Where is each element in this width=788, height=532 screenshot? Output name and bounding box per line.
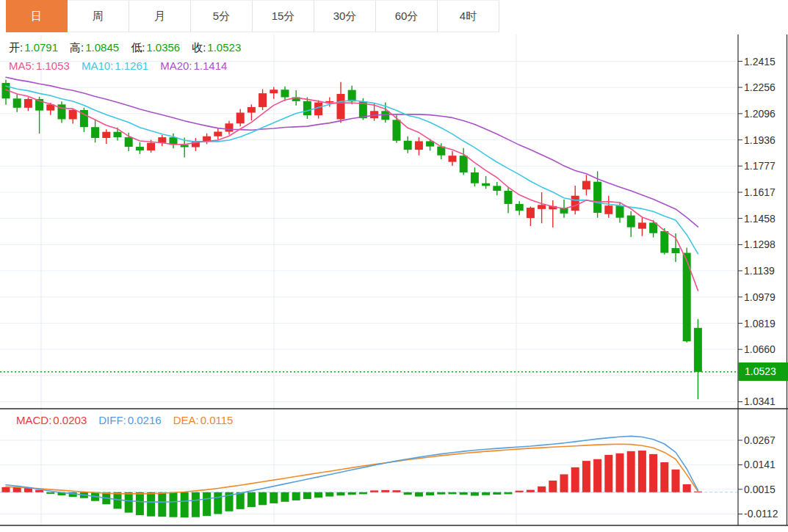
candle-down bbox=[616, 205, 624, 218]
low-label: 低: bbox=[131, 41, 145, 55]
macd-hist-down bbox=[359, 492, 367, 495]
candle-down bbox=[404, 141, 412, 150]
price-axis-label: 1.1777 bbox=[744, 159, 776, 172]
macd-hist-down bbox=[337, 492, 345, 496]
macd-hist-down bbox=[471, 492, 479, 496]
candle-up bbox=[247, 107, 256, 113]
low-value: 1.0356 bbox=[146, 41, 180, 55]
candle-up bbox=[638, 222, 646, 228]
candle-up bbox=[604, 205, 612, 214]
macd-hist-up bbox=[593, 459, 601, 492]
macd-hist-down bbox=[203, 492, 211, 516]
candle-down bbox=[660, 231, 668, 253]
tab-4hour[interactable]: 4时 bbox=[438, 0, 499, 32]
macd-hist-up bbox=[672, 470, 680, 492]
timeframe-tab-bar: 日周月5分15分30分60分4时 bbox=[0, 0, 788, 32]
macd-hist-down bbox=[214, 492, 222, 514]
macd-axis-label: 0.0015 bbox=[744, 483, 776, 496]
macd-hist-down bbox=[415, 492, 423, 497]
macd-hist-down bbox=[281, 492, 289, 502]
macd-hist-up bbox=[538, 487, 546, 492]
candle-up bbox=[527, 208, 535, 218]
macd-hist-down bbox=[136, 492, 144, 515]
price-axis-label: 1.1617 bbox=[744, 186, 776, 199]
ma20-value: 1.1414 bbox=[194, 59, 228, 72]
tab-5min[interactable]: 5分 bbox=[191, 0, 253, 32]
candle-down bbox=[303, 101, 311, 115]
chart-canvas[interactable] bbox=[0, 0, 788, 532]
candle-up bbox=[236, 113, 245, 124]
price-axis-label: 1.1298 bbox=[744, 238, 776, 251]
macd-hist-down bbox=[158, 492, 166, 517]
macd-hist-down bbox=[426, 492, 434, 495]
ma5-value: 1.1053 bbox=[36, 59, 70, 72]
dea-value: 0.0115 bbox=[200, 414, 234, 426]
price-axis-label: 1.0979 bbox=[744, 291, 776, 304]
macd-hist-up bbox=[660, 462, 668, 492]
tab-day[interactable]: 日 bbox=[6, 0, 68, 32]
candle-down bbox=[181, 145, 189, 147]
candle-down bbox=[471, 172, 479, 183]
candle-down bbox=[91, 127, 99, 138]
tab-week[interactable]: 周 bbox=[68, 0, 129, 32]
macd-hist-up bbox=[393, 490, 401, 492]
candle-up bbox=[325, 101, 333, 103]
macd-hist-up bbox=[2, 487, 10, 492]
macd-hist-up bbox=[627, 451, 635, 492]
candle-down bbox=[593, 182, 601, 213]
tab-60min[interactable]: 60分 bbox=[376, 0, 438, 32]
candle-up bbox=[102, 132, 110, 138]
candle-down bbox=[493, 186, 501, 191]
macd-hist-up bbox=[560, 474, 568, 492]
candle-up bbox=[147, 143, 155, 150]
price-axis-label: 1.1139 bbox=[744, 264, 775, 277]
candle-up bbox=[214, 131, 222, 136]
price-axis-label: 1.0660 bbox=[744, 343, 776, 356]
candle-down bbox=[125, 137, 133, 147]
candle-down bbox=[393, 120, 401, 140]
macd-hist-up bbox=[549, 481, 557, 492]
candle-down bbox=[136, 147, 144, 150]
macd-hist-down bbox=[292, 492, 300, 500]
macd-hist-down bbox=[125, 492, 133, 513]
macd-hist-up bbox=[604, 455, 612, 492]
diff-value: 0.0216 bbox=[128, 414, 162, 426]
candle-down bbox=[460, 156, 468, 172]
ma20-label: MA20: bbox=[160, 59, 192, 72]
macd-hist-up bbox=[638, 451, 646, 492]
candle-up bbox=[449, 156, 457, 162]
candle-up bbox=[259, 93, 267, 107]
price-axis-label: 1.2096 bbox=[744, 107, 776, 120]
candle-down bbox=[672, 248, 680, 253]
candle-up bbox=[24, 99, 32, 108]
macd-hist-down bbox=[325, 492, 333, 497]
tab-15min[interactable]: 15分 bbox=[253, 0, 314, 32]
close-value: 1.0523 bbox=[207, 41, 241, 55]
macd-axis-label: 0.0141 bbox=[744, 458, 776, 471]
candle-down bbox=[114, 132, 122, 137]
candle-up bbox=[538, 205, 546, 209]
candle-up bbox=[69, 110, 77, 120]
tab-month[interactable]: 月 bbox=[129, 0, 191, 32]
tab-30min[interactable]: 30分 bbox=[314, 0, 376, 32]
macd-hist-down bbox=[147, 492, 155, 517]
macd-hist-down bbox=[505, 492, 513, 495]
ma10-line bbox=[6, 86, 698, 254]
candle-down bbox=[13, 98, 21, 108]
high-value: 1.0845 bbox=[85, 41, 119, 55]
candle-up bbox=[158, 137, 166, 143]
chart-window: 日周月5分15分30分60分4时 开:1.0791 高:1.0845 低:1.0… bbox=[0, 0, 788, 532]
macd-axis-label: -0.0112 bbox=[744, 507, 778, 520]
candle-up bbox=[337, 94, 345, 119]
macd-hist-down bbox=[170, 492, 178, 517]
macd-hist-up bbox=[381, 490, 389, 492]
price-axis-label: 1.1936 bbox=[744, 134, 776, 147]
macd-value: 0.0203 bbox=[53, 414, 87, 426]
macd-hist-down bbox=[314, 492, 322, 498]
macd-hist-up bbox=[649, 454, 657, 492]
price-axis-label: 1.0819 bbox=[744, 317, 776, 330]
ohlc-readout: 开:1.0791 高:1.0845 低:1.0356 收:1.0523 bbox=[9, 41, 253, 55]
high-label: 高: bbox=[70, 41, 84, 55]
macd-hist-up bbox=[516, 491, 524, 492]
macd-hist-down bbox=[259, 492, 267, 506]
